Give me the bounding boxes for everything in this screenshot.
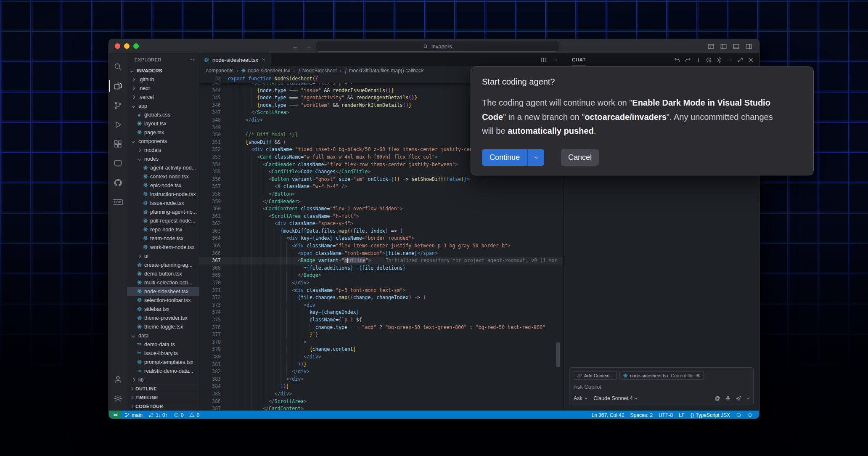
minimize-window-button[interactable] [124,43,130,49]
code-line[interactable]: 371 <div className="p-3 font-mono text-s… [199,287,563,294]
tree-item-theme-toggle-tsx[interactable]: theme-toggle.tsx [127,322,199,331]
editor-more-actions-button[interactable] [552,57,558,63]
activity-log[interactable]: LOG [109,192,127,212]
section-outline[interactable]: OUTLINE [127,384,199,393]
tree-root[interactable]: INVADERS [127,66,199,75]
breadcrumb-item[interactable]: components [206,68,233,74]
tree-item-agent-activity-nod-[interactable]: agent-activity-nod... [127,163,199,172]
indentation[interactable]: Spaces: 2 [627,411,656,419]
tree-item-app[interactable]: app [127,101,199,110]
notifications[interactable] [744,411,756,419]
tree-item-ui[interactable]: ui [127,252,199,260]
breadcrumb-item[interactable]: ƒNodeSidesheet [298,68,337,74]
activity-explorer[interactable] [109,76,127,95]
layout-icon[interactable] [707,43,715,50]
code-line[interactable]: 368 +{file.additions} -{file.deletions} [199,265,563,272]
tree-item-lib[interactable]: lib [127,375,199,384]
section-codetour[interactable]: CODETOUR [127,402,199,411]
cancel-button[interactable]: Cancel [561,149,599,166]
code-line[interactable]: 378 > [199,339,563,346]
code-line[interactable]: 357 <X className="w-4 h-4" /> [199,183,563,191]
code-line[interactable]: 358 </Button> [199,191,563,198]
redo-icon[interactable] [685,57,691,63]
more-icon[interactable] [727,57,733,63]
tree-item-context-node-tsx[interactable]: context-node.tsx [127,172,199,181]
current-file-chip[interactable]: node-sidesheet.tsx Current file [619,371,704,380]
activity-source-control[interactable] [109,95,127,115]
close-window-button[interactable] [115,43,120,49]
problems-errors[interactable]: 0 [171,411,187,419]
continue-dropdown-button[interactable] [527,149,544,166]
activity-github[interactable] [109,173,127,192]
tree-item-theme-provider-tsx[interactable]: theme-provider.tsx [127,313,199,322]
plus-icon[interactable] [695,57,701,63]
tree-item--next[interactable]: .next [127,84,199,93]
activity-accounts[interactable] [109,369,127,389]
tree-item-modals[interactable]: modals [127,146,199,154]
code-line[interactable]: 372 {file.changes.map((change, changeInd… [199,294,563,302]
explorer-more-actions-button[interactable] [189,57,195,63]
panel-left-icon[interactable] [720,43,727,50]
code-line[interactable]: 363 {mockDiffData.files.map((file, index… [199,228,563,235]
activity-search[interactable] [109,57,127,76]
panel-right-icon[interactable] [745,43,752,50]
tree-item-planning-agent-no-[interactable]: planning-agent-no... [127,207,199,216]
tree-item-demo-data-ts[interactable]: TSdemo-data.ts [127,340,199,349]
command-center-search[interactable]: invaders [316,41,559,52]
zoom-window-button[interactable] [133,43,139,49]
code-line[interactable]: 367 <Badge variant="outline">Initialized… [199,257,563,265]
copilot-status[interactable] [733,411,744,419]
send-button[interactable] [736,395,741,401]
activity-remote-explorer[interactable] [109,154,127,173]
tree-item-page-tsx[interactable]: page.tsx [127,128,199,137]
code-line[interactable]: 381 ))} [199,361,563,369]
code-line[interactable]: 366 <span className="font-medium">{file.… [199,250,563,257]
code-line[interactable]: 387 </CardContent> [199,405,563,411]
mic-icon[interactable] [725,395,731,401]
remote-indicator[interactable]: >< [109,411,122,419]
tree-item-create-planning-ag-[interactable]: create-planning-ag... [127,260,199,269]
split-editor-button[interactable] [540,57,547,63]
section-timeline[interactable]: TIMELINE [127,393,199,402]
language-mode[interactable]: {}TypeScript JSX [688,411,733,419]
code-line[interactable]: 365 <div className="flex items-center ju… [199,242,563,250]
breadcrumb-item[interactable]: ƒmockDiffData.files.map() callback [344,68,424,74]
eol[interactable]: LF [676,411,688,419]
tree-item-demo-button-tsx[interactable]: demo-button.tsx [127,269,199,278]
tree-item-repo-node-tsx[interactable]: repo-node.tsx [127,225,199,234]
tree-item-node-sidesheet-tsx[interactable]: node-sidesheet.tsx [127,287,199,296]
tab-node-sidesheet[interactable]: node-sidesheet.tsx [199,53,271,66]
tree-item-epic-node-tsx[interactable]: epic-node.tsx [127,181,199,190]
tree-item-pull-request-node-[interactable]: pull-request-node... [127,216,199,225]
code-line[interactable]: 370 </div> [199,279,563,287]
code-line[interactable]: 380 </div> [199,353,563,361]
code-line[interactable]: 364 <div key={index} className="border r… [199,235,563,242]
code-line[interactable]: 376 change.type === "add" ? "bg-green-50… [199,324,563,331]
maximize-icon[interactable] [737,57,744,63]
chat-mode-select[interactable]: Ask [574,395,587,401]
code-line[interactable]: 369 </Badge> [199,272,563,279]
tree-item-team-node-tsx[interactable]: team-node.tsx [127,234,199,243]
history-icon[interactable] [706,57,712,63]
add-context-button[interactable]: Add Context... [574,371,617,380]
tree-item-components[interactable]: components [127,137,199,146]
code-line[interactable]: 359 </CardHeader> [199,198,563,206]
undo-icon[interactable] [674,57,680,63]
tree-item-multi-selection-acti-[interactable]: multi-selection-acti... [127,278,199,287]
code-line[interactable]: 377 }`} [199,331,563,339]
tree-item-instruction-node-tsx[interactable]: instruction-node.tsx [127,190,199,199]
mention-icon[interactable]: @ [715,395,720,401]
gear-icon[interactable] [716,57,722,63]
code-line[interactable]: 361 <ScrollArea className="h-full"> [199,213,563,220]
tree-item-issue-library-ts[interactable]: TSissue-library.ts [127,349,199,358]
activity-extensions[interactable] [109,134,127,154]
git-branch[interactable]: main [122,411,146,419]
tree-item-work-item-node-tsx[interactable]: work-item-node.tsx [127,243,199,252]
tree-item-globals-css[interactable]: #globals.css [127,110,199,119]
tree-item-realistic-demo-data-[interactable]: TSrealistic-demo-data... [127,366,199,375]
tree-item--vercel[interactable]: .vercel [127,93,199,101]
tree-item-layout-tsx[interactable]: layout.tsx [127,119,199,128]
code-line[interactable]: 382 </div> [199,368,563,376]
code-line[interactable]: 379 {change.content} [199,346,563,353]
code-line[interactable]: 362 <div className="space-y-4"> [199,220,563,228]
